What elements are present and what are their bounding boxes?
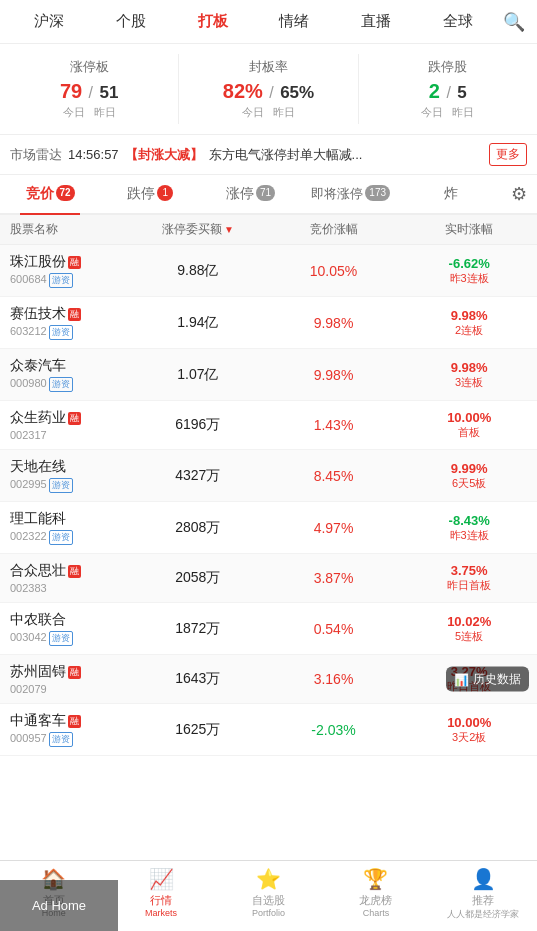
stock-code-text: 002383: [10, 582, 130, 594]
stock-pct: -2.03%: [266, 722, 402, 738]
search-icon[interactable]: 🔍: [499, 11, 529, 33]
stock-name-text: 天地在线: [10, 458, 130, 476]
table-row[interactable]: 合众思壮融 002383 2058万3.87% 3.75% 昨日首板: [0, 554, 537, 603]
stock-pct: 3.16%: [266, 671, 402, 687]
settings-icon[interactable]: ⚙: [501, 175, 537, 213]
radar-label: 市场雷达: [10, 146, 62, 164]
radar-content: 东方电气涨停封单大幅减...: [209, 146, 483, 164]
stock-name-text: 苏州固锝融: [10, 663, 130, 681]
stock-order-amount: 1625万: [130, 721, 266, 739]
stock-code-text: 002317: [10, 429, 130, 441]
nav-qingxu[interactable]: 情绪: [253, 4, 335, 39]
tab-zhangtng[interactable]: 涨停71: [200, 175, 300, 213]
radar-time: 14:56:57: [68, 147, 119, 162]
stats-row: 涨停板 79 / 51 今日 昨日 封板率 82% / 65% 今日 昨日 跌停…: [0, 44, 537, 135]
header-pct: 竞价涨幅: [266, 221, 402, 238]
stock-name-text: 珠江股份融: [10, 253, 130, 271]
stock-name-text: 合众思壮融: [10, 562, 130, 580]
stock-name-cell: 天地在线 002995游资: [0, 458, 130, 493]
table-row[interactable]: 天地在线 002995游资 4327万8.45% 9.99% 6天5板: [0, 450, 537, 502]
stock-pct: 0.54%: [266, 621, 402, 637]
nav-gegu[interactable]: 个股: [90, 4, 172, 39]
header-order[interactable]: 涨停委买额 ▼: [130, 221, 266, 238]
nav-quanqiu[interactable]: 全球: [417, 4, 499, 39]
table-row[interactable]: 中农联合 003042游资 1872万0.54% 10.02% 5连板: [0, 603, 537, 655]
tag-label: 游资: [49, 273, 73, 288]
stock-realtime: -6.62% 昨3连板: [401, 256, 537, 286]
tab-jijiang[interactable]: 即将涨停173: [301, 175, 401, 213]
margin-icon: 融: [68, 666, 81, 679]
nav-zhibo[interactable]: 直播: [335, 4, 417, 39]
stock-order-amount: 6196万: [130, 416, 266, 434]
margin-icon: 融: [68, 256, 81, 269]
top-navigation: 沪深 个股 打板 情绪 直播 全球 🔍: [0, 0, 537, 44]
margin-icon: 融: [68, 565, 81, 578]
nav-daban[interactable]: 打板: [172, 4, 254, 39]
stat-limitup-value: 79 / 51: [8, 80, 170, 103]
stock-name-text: 众生药业融: [10, 409, 130, 427]
table-row[interactable]: 众生药业融 002317 6196万1.43% 10.00% 首板: [0, 401, 537, 450]
stock-code-text: 603212游资: [10, 325, 130, 340]
tag-label: 游资: [49, 478, 73, 493]
realtime-sub: 昨3连板: [401, 528, 537, 543]
stock-pct: 1.43%: [266, 417, 402, 433]
tab-zha[interactable]: 炸: [401, 175, 501, 213]
stock-order-amount: 2808万: [130, 519, 266, 537]
header-name: 股票名称: [0, 221, 130, 238]
radar-more-button[interactable]: 更多: [489, 143, 527, 166]
tab-dieting[interactable]: 跌停1: [100, 175, 200, 213]
realtime-sub: 3天2板: [401, 730, 537, 745]
stock-name-cell: 中通客车融 000957游资: [0, 712, 130, 747]
stat-limitdown-value: 2 / 5: [367, 80, 529, 103]
stat-limitup-sub: 今日 昨日: [8, 105, 170, 120]
stock-name-cell: 众生药业融 002317: [0, 409, 130, 441]
tag-label: 游资: [49, 325, 73, 340]
stock-order-amount: 9.88亿: [130, 262, 266, 280]
stock-code-text: 000980游资: [10, 377, 130, 392]
stock-order-amount: 1643万: [130, 670, 266, 688]
stat-limit-down[interactable]: 跌停股 2 / 5 今日 昨日: [358, 54, 537, 124]
tab-jingjia-label: 竞价: [26, 185, 54, 201]
tab-jingja[interactable]: 竞价72: [0, 175, 100, 213]
sealrate-today: 82%: [223, 80, 263, 102]
limitdown-today: 2: [429, 80, 440, 102]
tab-jijiang-label: 即将涨停: [311, 186, 363, 201]
table-row[interactable]: 理工能科 002322游资 2808万4.97% -8.43% 昨3连板: [0, 502, 537, 554]
realtime-value: 10.02%: [401, 614, 537, 629]
table-row[interactable]: 苏州固锝融 002079 1643万3.16% 3.27% 昨日首板 📊历史数据: [0, 655, 537, 704]
stat-limit-up[interactable]: 涨停板 79 / 51 今日 昨日: [0, 54, 178, 124]
nav-hushen[interactable]: 沪深: [8, 4, 90, 39]
stock-code-text: 003042游资: [10, 631, 130, 646]
history-data-overlay[interactable]: 📊历史数据: [446, 667, 529, 692]
stat-sealrate-value: 82% / 65%: [187, 80, 349, 103]
margin-icon: 融: [68, 412, 81, 425]
tab-zhangtng-label: 涨停: [226, 185, 254, 201]
table-row[interactable]: 中通客车融 000957游资 1625万-2.03% 10.00% 3天2板: [0, 704, 537, 756]
tag-label: 游资: [49, 732, 73, 747]
stock-code-text: 002079: [10, 683, 130, 695]
stock-code-text: 000957游资: [10, 732, 130, 747]
stock-realtime: 10.00% 3天2板: [401, 715, 537, 745]
stock-pct: 9.98%: [266, 315, 402, 331]
tab-dieting-badge: 1: [157, 185, 173, 201]
history-label: 历史数据: [473, 671, 521, 688]
stock-pct: 10.05%: [266, 263, 402, 279]
realtime-value: 9.99%: [401, 461, 537, 476]
stock-order-amount: 1872万: [130, 620, 266, 638]
limitup-today: 79: [60, 80, 82, 102]
stock-order-amount: 4327万: [130, 467, 266, 485]
stat-seal-rate[interactable]: 封板率 82% / 65% 今日 昨日: [178, 54, 357, 124]
stock-realtime: 3.75% 昨日首板: [401, 563, 537, 593]
tab-zhangtng-badge: 71: [256, 185, 275, 201]
stock-name-text: 赛伍技术融: [10, 305, 130, 323]
stock-name-cell: 理工能科 002322游资: [0, 510, 130, 545]
stock-name-text: 中通客车融: [10, 712, 130, 730]
stock-pct: 3.87%: [266, 570, 402, 586]
table-row[interactable]: 赛伍技术融 603212游资 1.94亿9.98% 9.98% 2连板: [0, 297, 537, 349]
stat-sealrate-sub: 今日 昨日: [187, 105, 349, 120]
table-row[interactable]: 众泰汽车 000980游资 1.07亿9.98% 9.98% 3连板: [0, 349, 537, 401]
limitup-yesterday: 51: [100, 83, 119, 102]
realtime-sub: 昨3连板: [401, 271, 537, 286]
radar-highlight: 【封涨大减】: [125, 146, 203, 164]
table-row[interactable]: 珠江股份融 600684游资 9.88亿10.05% -6.62% 昨3连板: [0, 245, 537, 297]
